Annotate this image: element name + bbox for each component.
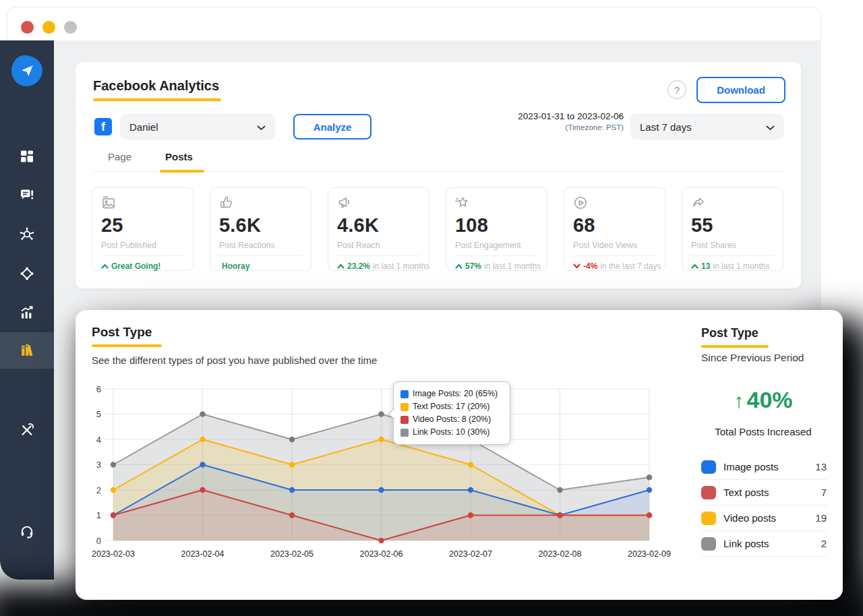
svg-text:3: 3	[96, 460, 101, 470]
stat-footer-text: in last 1 months	[373, 261, 429, 271]
svg-text:2023-02-04: 2023-02-04	[181, 549, 225, 559]
stat-value: 4.6K	[337, 214, 420, 237]
video-play-icon	[573, 195, 656, 212]
window-titlebar	[7, 7, 821, 40]
active-tab-underline	[160, 170, 204, 173]
sidebar-item-dashboard[interactable]	[0, 141, 54, 172]
stat-value: 108	[455, 214, 538, 237]
legend-row-image-posts: Image posts13	[701, 454, 827, 480]
stat-label: Post Reactions	[219, 241, 302, 250]
tooltip-item: Link Posts: 10 (30%)	[400, 426, 503, 439]
title-accent-underline	[93, 98, 221, 101]
minimize-window-button[interactable]	[42, 21, 55, 34]
account-select[interactable]: Daniel	[120, 114, 275, 140]
nodes-icon	[19, 266, 35, 282]
legend-row-text-posts: Text posts7	[701, 480, 827, 505]
stat-label: Post Shares	[691, 241, 774, 250]
legend-value: 2	[821, 538, 827, 549]
facebook-icon: f	[94, 118, 112, 135]
sidebar-item-analytics[interactable]	[0, 297, 54, 328]
summary-accent-underline	[701, 345, 769, 348]
close-window-button[interactable]	[21, 21, 34, 34]
trend-up-icon	[101, 261, 109, 271]
summary-title: Post Type	[701, 326, 758, 340]
legend-swatch	[400, 403, 409, 411]
svg-text:6: 6	[96, 384, 101, 394]
tools-icon	[19, 422, 35, 438]
megaphone-icon	[337, 195, 420, 212]
stat-value: 55	[691, 214, 774, 237]
account-select-value: Daniel	[129, 121, 158, 133]
bar-chart-icon	[19, 305, 35, 321]
legend-value: 7	[821, 487, 827, 498]
sidebar-item-library-active[interactable]	[0, 332, 54, 369]
date-range: 2023-01-31 to 2023-02-06 (Timezone: PST)	[479, 111, 624, 131]
svg-text:2023-02-08: 2023-02-08	[539, 549, 582, 559]
tooltip-item: Image Posts: 20 (65%)	[400, 388, 503, 400]
stat-footer-highlight: -4%	[583, 261, 597, 271]
image-icon	[101, 195, 184, 212]
screen: Facebook Analytics ? Download f Daniel A…	[0, 0, 863, 616]
comments-icon	[19, 187, 35, 204]
dashboard-icon	[19, 148, 35, 164]
sidebar-item-nodes[interactable]	[0, 258, 54, 289]
question-icon: ?	[674, 84, 680, 96]
tabs: Page Posts	[93, 151, 785, 172]
stat-footer-text: in last 1 months	[484, 261, 541, 271]
legend-value: 19	[815, 512, 827, 524]
stat-label: Post Video Views	[573, 241, 656, 250]
period-select[interactable]: Last 7 days	[630, 114, 784, 140]
chevron-down-icon	[766, 121, 775, 133]
legend-label: Text posts	[723, 487, 769, 498]
sidebar-item-tools[interactable]	[0, 414, 54, 445]
stat-footer-highlight: Great Going!	[111, 261, 160, 271]
legend-swatch	[701, 512, 716, 525]
legend-swatch	[701, 486, 716, 499]
legend-swatch	[400, 390, 409, 398]
tab-posts[interactable]: Posts	[165, 151, 193, 162]
tooltip-label: Text Posts: 17 (20%)	[413, 400, 489, 413]
legend-value: 13	[815, 461, 827, 472]
period-select-value: Last 7 days	[640, 121, 692, 133]
sidebar-item-support[interactable]	[0, 516, 54, 547]
app-logo[interactable]	[0, 55, 54, 86]
sidebar-item-network[interactable]	[0, 219, 54, 250]
download-button[interactable]: Download	[696, 77, 785, 103]
legend-swatch	[701, 537, 716, 551]
post-type-subtitle: See the different types of post you have…	[92, 355, 377, 366]
stat-label: Post Engagement	[455, 241, 538, 250]
tooltip-label: Image Posts: 20 (65%)	[413, 388, 498, 400]
post-type-legend: Image posts13 Text posts7 Video posts19 …	[701, 454, 827, 557]
sidebar-item-comments[interactable]	[0, 180, 54, 211]
headset-icon	[19, 523, 35, 539]
legend-swatch	[400, 429, 409, 437]
legend-swatch	[701, 460, 716, 474]
facebook-analytics-card: Facebook Analytics ? Download f Daniel A…	[76, 62, 801, 288]
tab-page[interactable]: Page	[108, 151, 131, 162]
legend-row-link-posts: Link posts2	[701, 531, 827, 557]
help-button[interactable]: ?	[667, 80, 686, 99]
sidebar	[0, 40, 54, 580]
tooltip-item: Video Posts: 8 (20%)	[400, 413, 503, 426]
post-type-title: Post Type	[92, 325, 152, 340]
legend-swatch	[400, 416, 409, 424]
chevron-down-icon	[257, 121, 266, 133]
svg-text:2023-02-06: 2023-02-06	[360, 549, 403, 559]
stat-footer-highlight: 57%	[465, 261, 481, 271]
stat-value: 25	[101, 214, 184, 237]
post-type-area-chart[interactable]: 01234562023-02-032023-02-042023-02-05202…	[76, 368, 689, 567]
stat-card-post-video-views: 68 Post Video Views -4%in the last 7 day…	[564, 187, 665, 271]
svg-text:2023-02-05: 2023-02-05	[270, 549, 314, 559]
timezone-text: (Timezone: PST)	[479, 123, 624, 131]
share-icon	[691, 195, 774, 212]
analyze-button[interactable]: Analyze	[293, 114, 371, 140]
maximize-window-button[interactable]	[64, 21, 77, 34]
change-label: Total Posts Increased	[701, 426, 825, 437]
arrow-up-icon: ↑	[734, 390, 744, 412]
network-icon	[19, 226, 35, 243]
stat-card-post-reactions: 5.6K Post Reactions Hooray	[210, 187, 311, 271]
svg-text:1: 1	[96, 510, 101, 520]
svg-text:2023-02-07: 2023-02-07	[449, 549, 492, 559]
stat-footer-highlight: 23.2%	[347, 261, 370, 271]
summary-subtitle: Since Previous Period	[701, 352, 804, 364]
